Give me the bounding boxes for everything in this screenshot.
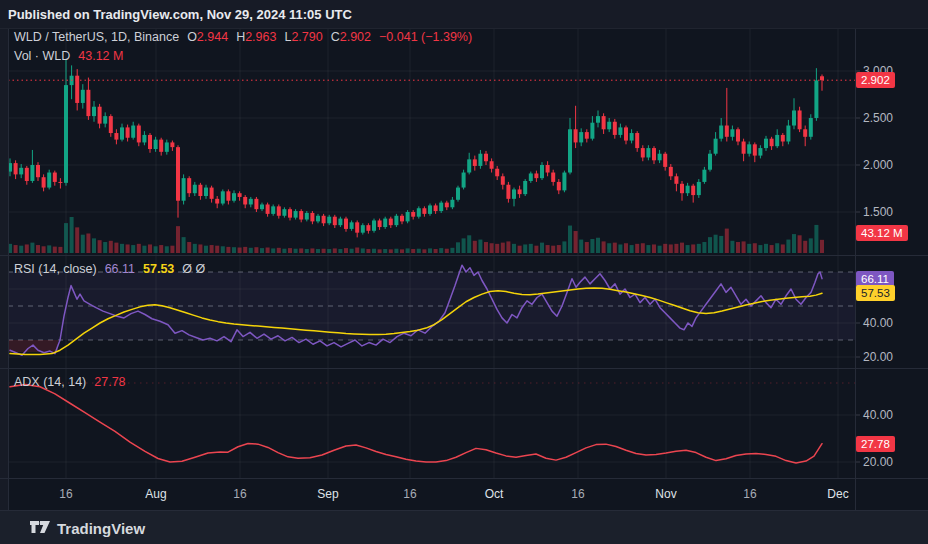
candle-body [574, 129, 578, 142]
volume-bar [198, 244, 202, 253]
candle-body [271, 206, 275, 214]
price-tick[interactable]: 2.500 [863, 111, 893, 125]
candle-body [529, 173, 533, 181]
candle-body [775, 135, 779, 146]
volume-bar [406, 248, 410, 253]
candle-body [646, 148, 650, 157]
candle-body [260, 204, 264, 209]
volume-bar [786, 240, 790, 253]
candle-body [109, 116, 113, 133]
volume-bar [467, 235, 471, 253]
time-tick[interactable]: Oct [485, 487, 504, 501]
time-tick[interactable]: 16 [743, 487, 756, 501]
candle-body [714, 139, 718, 154]
candle-body [540, 165, 544, 178]
volume-bar [540, 243, 544, 253]
candle-body [579, 132, 583, 142]
volume-legend: Vol · WLD 43.12 M [14, 49, 123, 63]
candle-body [226, 191, 230, 200]
volume-bar [294, 249, 298, 253]
candle-body [58, 182, 62, 183]
tradingview-logo[interactable]: TradingView [30, 520, 145, 537]
candle-body [400, 216, 404, 222]
volume-bar [652, 244, 656, 253]
ohlc-low: L2.790 [284, 30, 322, 44]
pane-separator-adx[interactable] [0, 368, 928, 369]
candle-body [210, 188, 214, 199]
volume-bar [366, 249, 370, 253]
adx-tick[interactable]: 40.00 [863, 408, 893, 422]
rsi-title: RSI (14, close) [14, 262, 97, 276]
adx-tick[interactable]: 20.00 [863, 455, 893, 469]
volume-bar [148, 244, 152, 253]
time-tick[interactable]: Sep [317, 487, 338, 501]
volume-bar [75, 227, 79, 253]
volume-bar [305, 249, 309, 253]
candle-body [417, 208, 421, 216]
axis-badge: 57.53 [856, 285, 895, 301]
time-tick[interactable]: Dec [827, 487, 848, 501]
tradingview-published-chart: Published on TradingView.com, Nov 29, 20… [0, 0, 928, 544]
candle-body [501, 176, 505, 184]
volume-bar [126, 244, 130, 253]
volume-bar [439, 248, 443, 253]
candle-body [484, 154, 488, 162]
pane-separator-rsi[interactable] [0, 255, 928, 256]
rsi-tick[interactable]: 40.00 [863, 316, 893, 330]
time-tick[interactable]: Nov [655, 487, 676, 501]
volume-bar [411, 249, 415, 253]
candle-body [691, 186, 695, 195]
symbol-title: WLD / TetherUS, 1D, Binance [14, 30, 179, 44]
candle-body [322, 216, 326, 224]
candle-body [697, 182, 701, 195]
change-value: −0.041 (−1.39%) [379, 30, 472, 44]
volume-bar [557, 245, 561, 253]
time-tick[interactable]: Aug [145, 487, 166, 501]
volume-bar [288, 248, 292, 253]
candle-body [546, 165, 550, 173]
volume-bar [781, 244, 785, 253]
candle-body [137, 126, 141, 143]
time-tick[interactable]: 16 [59, 487, 72, 501]
candle-body [126, 127, 130, 137]
main-legend: WLD / TetherUS, 1D, Binance O2.944 H2.96… [14, 30, 472, 44]
volume-bar [344, 248, 348, 253]
adx-value: 27.78 [94, 375, 125, 389]
candle-body [154, 140, 158, 149]
time-tick[interactable]: 16 [571, 487, 584, 501]
candle-body [81, 90, 85, 103]
volume-bar [518, 246, 522, 253]
pane-left-border [8, 28, 9, 510]
candle-body [467, 159, 471, 172]
volume-bar [42, 246, 46, 253]
price-tick[interactable]: 1.500 [863, 205, 893, 219]
candle-body [333, 217, 337, 225]
volume-bar [333, 248, 337, 253]
price-tick[interactable]: 2.000 [863, 158, 893, 172]
volume-bar [484, 242, 488, 253]
adx-legend: ADX (14, 14) 27.78 [14, 375, 126, 389]
volume-bar [725, 229, 729, 253]
candle-body [350, 222, 354, 229]
candle-body [372, 220, 376, 230]
candle-body [238, 193, 242, 197]
time-tick[interactable]: 16 [233, 487, 246, 501]
rsi-tick[interactable]: 20.00 [863, 350, 893, 364]
volume-bar [680, 243, 684, 253]
candle-body [182, 178, 186, 201]
time-tick[interactable]: 16 [403, 487, 416, 501]
ohlc-open: O2.944 [187, 30, 228, 44]
volume-bar [473, 241, 477, 253]
tradingview-logo-text: TradingView [57, 520, 145, 537]
volume-bar [478, 240, 482, 253]
candle-body [809, 118, 813, 137]
volume-bar [641, 243, 645, 253]
volume-bar [98, 240, 102, 253]
candle-body [478, 154, 482, 166]
candle-body [120, 127, 124, 139]
candle-body [674, 176, 678, 184]
volume-bar [103, 242, 107, 253]
volume-bar [585, 242, 589, 253]
volume-bar [271, 248, 275, 253]
volume-bar [686, 245, 690, 253]
